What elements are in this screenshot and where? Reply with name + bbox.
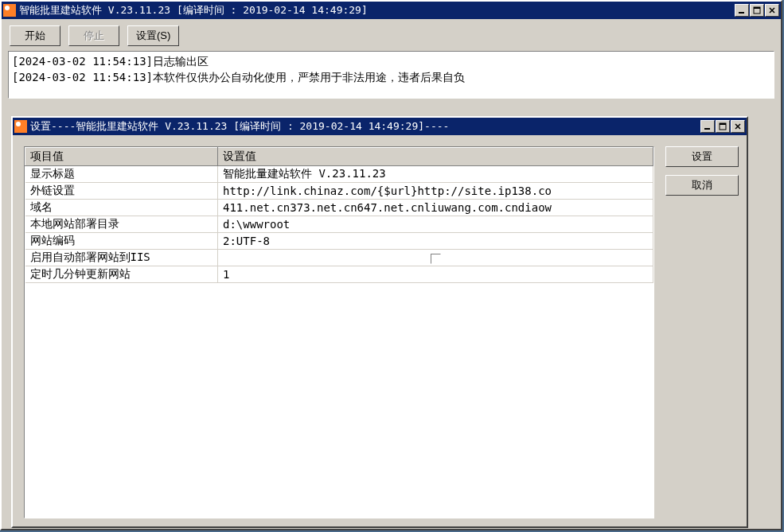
setting-value[interactable]: 1 — [218, 266, 653, 283]
table-row[interactable]: 网站编码2:UTF-8 — [25, 233, 653, 250]
setting-value[interactable]: 411.net.cn373.net.cn647.net.cnliuwang.co… — [218, 200, 653, 216]
main-window-controls — [735, 4, 779, 17]
table-row[interactable]: 本地网站部署目录d:\wwwroot — [25, 216, 653, 233]
setting-value[interactable] — [218, 250, 653, 266]
app-icon — [14, 120, 27, 133]
settings-table: 项目值 设置值 显示标题智能批量建站软件 V.23.11.23外链设置http:… — [25, 147, 653, 283]
setting-key: 外链设置 — [25, 183, 218, 200]
table-row[interactable]: 外链设置http://link.chinaz.com/{$url}http://… — [25, 183, 653, 200]
svg-rect-3 — [704, 128, 710, 130]
table-row[interactable]: 启用自动部署网站到IIS — [25, 250, 653, 266]
settings-body: 项目值 设置值 显示标题智能批量建站软件 V.23.11.23外链设置http:… — [13, 135, 747, 526]
toolbar: 开始 停止 设置(S) — [2, 19, 781, 51]
col-header-key[interactable]: 项目值 — [25, 148, 218, 166]
cancel-button[interactable]: 取消 — [665, 175, 739, 196]
setting-value[interactable]: d:\wwwroot — [218, 216, 653, 233]
checkbox[interactable] — [431, 254, 441, 264]
side-buttons: 设置 取消 — [665, 146, 739, 518]
settings-title: 设置----智能批里建站软件 V.23.11.23 [编译时间 : 2019-0… — [30, 119, 700, 134]
setting-key: 启用自动部署网站到IIS — [25, 250, 218, 266]
settings-window: 设置----智能批里建站软件 V.23.11.23 [编译时间 : 2019-0… — [11, 116, 748, 528]
setting-key: 网站编码 — [25, 233, 218, 250]
table-row[interactable]: 显示标题智能批量建站软件 V.23.11.23 — [25, 166, 653, 183]
minimize-button[interactable] — [700, 120, 715, 133]
table-header-row: 项目值 设置值 — [25, 148, 653, 166]
setting-key: 本地网站部署目录 — [25, 216, 218, 233]
col-header-value[interactable]: 设置值 — [218, 148, 653, 166]
settings-window-controls — [700, 120, 745, 133]
settings-button[interactable]: 设置(S) — [127, 25, 179, 46]
log-line: [2024-03-02 11:54:13]本软件仅供办公自动化使用，严禁用于非法… — [12, 69, 770, 85]
log-line: [2024-03-02 11:54:13]日志输出区 — [12, 53, 770, 69]
close-button[interactable] — [765, 4, 779, 17]
minimize-button[interactable] — [735, 4, 749, 17]
svg-rect-5 — [720, 123, 726, 125]
setting-key: 域名 — [25, 200, 218, 216]
svg-rect-2 — [754, 7, 760, 9]
apply-button[interactable]: 设置 — [665, 146, 739, 167]
close-button[interactable] — [731, 120, 745, 133]
maximize-button[interactable] — [716, 120, 730, 133]
setting-value[interactable]: http://link.chinaz.com/{$url}http://site… — [218, 183, 653, 200]
log-area: [2024-03-02 11:54:13]日志输出区 [2024-03-02 1… — [8, 51, 774, 99]
settings-titlebar[interactable]: 设置----智能批里建站软件 V.23.11.23 [编译时间 : 2019-0… — [13, 118, 747, 135]
table-row[interactable]: 域名411.net.cn373.net.cn647.net.cnliuwang.… — [25, 200, 653, 216]
start-button[interactable]: 开始 — [10, 25, 60, 46]
settings-table-wrap: 项目值 设置值 显示标题智能批量建站软件 V.23.11.23外链设置http:… — [24, 146, 654, 518]
maximize-button[interactable] — [750, 4, 764, 17]
setting-key: 定时几分钟更新网站 — [25, 266, 218, 283]
main-titlebar[interactable]: 智能批里建站软件 V.23.11.23 [编译时间 : 2019-02-14 1… — [2, 2, 781, 19]
main-title: 智能批里建站软件 V.23.11.23 [编译时间 : 2019-02-14 1… — [19, 3, 735, 17]
setting-value[interactable]: 智能批量建站软件 V.23.11.23 — [218, 166, 653, 183]
table-row[interactable]: 定时几分钟更新网站1 — [25, 266, 653, 283]
app-icon — [3, 4, 16, 17]
setting-key: 显示标题 — [25, 166, 218, 183]
stop-button[interactable]: 停止 — [68, 25, 119, 46]
setting-value[interactable]: 2:UTF-8 — [218, 233, 653, 250]
svg-rect-0 — [739, 12, 744, 14]
